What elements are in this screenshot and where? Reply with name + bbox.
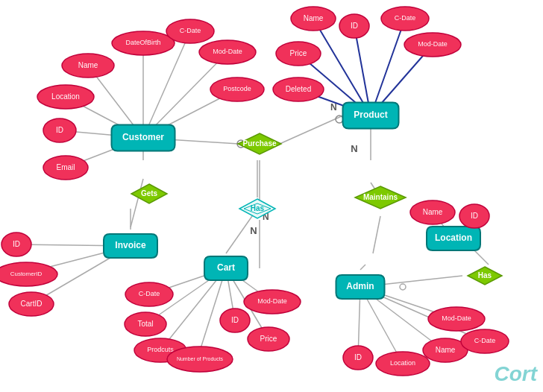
watermark: Cort [494,362,537,386]
er-diagram: Cort [0,0,543,392]
